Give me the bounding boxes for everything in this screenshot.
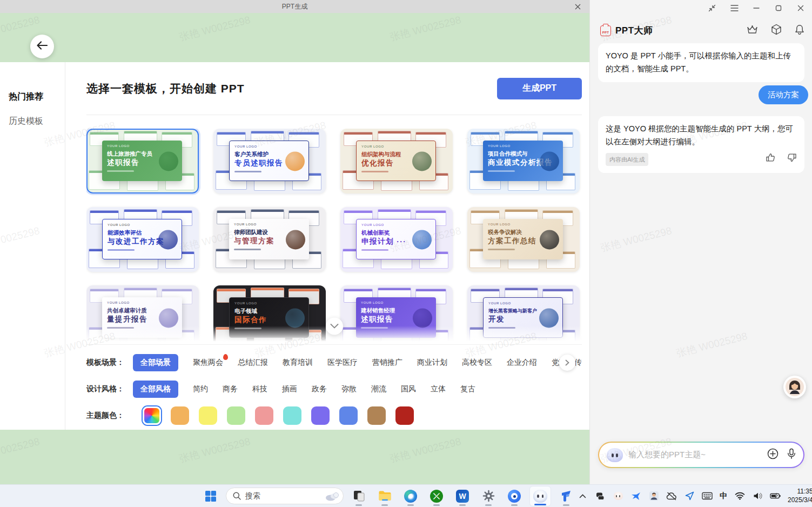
style-option-1[interactable]: 简约 (193, 384, 208, 394)
style-option-9[interactable]: 立体 (431, 384, 446, 394)
minimize-icon[interactable] (751, 3, 761, 13)
tray-device-icon[interactable] (595, 491, 606, 502)
color-swatch-3[interactable] (227, 406, 245, 425)
taskview-app[interactable] (348, 486, 370, 506)
style-option-8[interactable]: 国风 (401, 384, 416, 394)
window-close-icon[interactable] (570, 0, 585, 13)
scene-option-5[interactable]: 营销推广 (372, 358, 402, 368)
template-card-1[interactable]: YOUR LOGO线上旅游推广专员述职报告 (86, 129, 199, 194)
chat-input-placeholder: 输入想要的PPT主题~ (628, 450, 762, 460)
thumbs-down-icon[interactable] (787, 153, 797, 166)
style-option-3[interactable]: 科技 (252, 384, 267, 394)
template-logo: YOUR LOGO (234, 302, 304, 305)
template-card-9[interactable]: YOUR LOGO共创卓越审计质量提升报告 (86, 285, 199, 345)
crown-icon[interactable] (747, 25, 758, 37)
color-swatch-7[interactable] (339, 406, 358, 425)
color-swatch-all[interactable] (143, 406, 161, 425)
scene-option-7[interactable]: 高校专区 (462, 358, 492, 368)
sidebar-item-0[interactable]: 热门推荐 (0, 85, 65, 109)
gear-icon (482, 490, 495, 502)
template-card-7[interactable]: YOUR LOGO机械创新奖申报计划 ··· (340, 207, 453, 272)
maximize-icon[interactable] (774, 3, 783, 13)
tray-yoyo-icon[interactable] (613, 491, 623, 502)
scene-option-0[interactable]: 全部场景 (133, 354, 178, 371)
scene-option-3[interactable]: 教育培训 (283, 358, 313, 368)
taskbar-search[interactable]: 搜索 (226, 488, 344, 504)
style-option-6[interactable]: 弥散 (341, 384, 357, 394)
template-logo: YOUR LOGO (488, 223, 558, 226)
microphone-icon[interactable] (787, 448, 796, 462)
chat-input[interactable]: 输入想要的PPT主题~ (598, 442, 804, 468)
battery-icon[interactable] (770, 491, 781, 502)
attach-plus-icon[interactable] (767, 448, 779, 462)
template-card-6[interactable]: YOUR LOGO律师团队建设与管理方案 (213, 207, 326, 272)
settings-app[interactable] (478, 486, 499, 506)
edge-browser-app[interactable] (400, 486, 421, 506)
volume-icon[interactable] (752, 491, 763, 502)
collapse-icon[interactable] (707, 3, 717, 13)
template-cover: YOUR LOGO客户关系维护专员述职报告 (229, 141, 309, 182)
ime-indicator[interactable]: 中 (720, 491, 727, 501)
template-card-8[interactable]: YOUR LOGO税务争议解决方案工作总结 (467, 207, 580, 272)
tray-lark-icon[interactable] (630, 491, 641, 502)
scene-option-4[interactable]: 医学医疗 (327, 358, 358, 368)
expand-more-button[interactable] (326, 317, 343, 335)
template-card-2[interactable]: YOUR LOGO客户关系维护专员述职报告 (213, 129, 326, 194)
scene-option-8[interactable]: 企业介绍 (507, 358, 537, 368)
template-card-12[interactable]: YOUR LOGO增长黑客策略与新客户开发 (467, 285, 580, 345)
scene-option-2[interactable]: 总结汇报 (238, 358, 268, 368)
yoyo-assistant-app[interactable] (529, 486, 551, 506)
scene-options: 全部场景聚焦两会总结汇报教育培训医学医疗营销推广商业计划高校专区企业介绍党政宣传 (133, 354, 582, 371)
ppt-master-logo-icon: PPT (600, 25, 611, 36)
template-card-5[interactable]: YOUR LOGO能源效率评估与改进工作方案 (86, 207, 199, 272)
tray-keyboard-icon[interactable] (702, 491, 713, 502)
scene-option-6[interactable]: 商业计划 (417, 358, 447, 368)
style-option-0[interactable]: 全部风格 (133, 381, 178, 398)
template-card-4[interactable]: YOUR LOGO项目合作模式与商业模式分析报告 (467, 129, 580, 194)
clock-time: 11:35 (788, 488, 812, 496)
thumbs-up-icon[interactable] (766, 153, 775, 166)
color-swatch-5[interactable] (283, 406, 301, 425)
ppt-generate-window: PPT生成 热门推荐历史模板 选择一套模板，开始创建 PPT 生成PPT YOU… (0, 0, 589, 484)
color-swatch-9[interactable] (395, 406, 414, 425)
scene-option-1[interactable]: 聚焦两会 (193, 358, 223, 368)
sidebar-item-1[interactable]: 历史模板 (0, 109, 65, 134)
bell-icon[interactable] (795, 24, 804, 37)
scene-more-button[interactable] (559, 355, 575, 371)
generate-ppt-button[interactable]: 生成PPT (497, 78, 582, 99)
wifi-icon[interactable] (734, 491, 745, 502)
color-swatch-8[interactable] (367, 406, 386, 425)
template-cover: YOUR LOGO律师团队建设与管理方案 (229, 219, 309, 260)
word-icon: W (456, 490, 469, 503)
color-swatch-4[interactable] (255, 406, 273, 425)
start-button[interactable] (200, 486, 222, 506)
color-swatch-1[interactable] (171, 406, 189, 425)
xbox-app[interactable]: ⤫ (426, 486, 447, 506)
style-option-10[interactable]: 复古 (460, 384, 475, 394)
word-app[interactable]: W (452, 486, 473, 506)
tray-cloud-off-icon[interactable] (666, 491, 677, 502)
style-option-4[interactable]: 插画 (282, 384, 297, 394)
folder-icon (378, 490, 392, 502)
file-explorer-app[interactable] (374, 486, 395, 506)
taskbar-clock[interactable]: 11:35 2025/3/4 (788, 488, 812, 504)
menu-icon[interactable] (729, 3, 739, 13)
template-card-11[interactable]: YOUR LOGO建材销售经理述职报告 (340, 285, 453, 345)
color-swatch-2[interactable] (199, 406, 217, 425)
user-avatar[interactable] (783, 376, 806, 398)
style-option-7[interactable]: 潮流 (371, 384, 386, 394)
style-option-2[interactable]: 商务 (223, 384, 238, 394)
close-icon[interactable] (796, 3, 806, 13)
template-card-3[interactable]: YOUR LOGO组织架构与流程优化报告 (340, 129, 453, 194)
template-logo: YOUR LOGO (107, 144, 177, 148)
back-button[interactable] (30, 35, 54, 58)
tray-location-icon[interactable] (684, 491, 695, 502)
teams-like-app[interactable] (555, 486, 577, 506)
quark-app[interactable] (504, 486, 525, 506)
color-swatch-6[interactable] (311, 406, 330, 425)
style-option-5[interactable]: 政务 (312, 384, 327, 394)
tray-expand-icon[interactable] (577, 491, 588, 502)
template-card-10[interactable]: YOUR LOGO电子领域国际合作 (213, 285, 326, 345)
cube-icon[interactable] (771, 24, 782, 37)
tray-avatar-icon[interactable] (648, 491, 659, 502)
